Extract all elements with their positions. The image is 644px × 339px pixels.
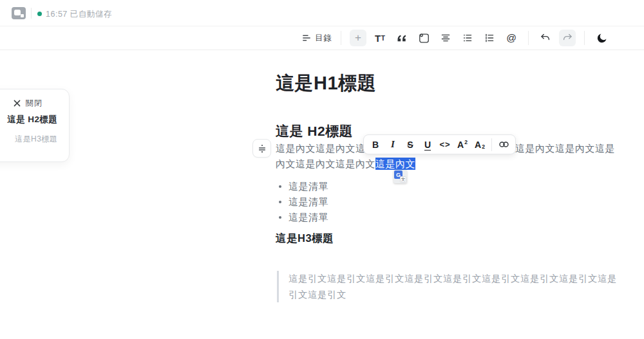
list-item[interactable]: 這是清單 — [277, 194, 328, 210]
doc-h1-heading[interactable]: 這是H1標題 — [276, 71, 376, 96]
paragraph-handle-icon — [258, 144, 267, 153]
close-icon — [14, 100, 21, 107]
superscript-button[interactable]: A2 — [454, 136, 471, 153]
plus-icon: + — [355, 32, 361, 44]
doc-bullet-list[interactable]: 這是清單 這是清單 這是清單 — [277, 179, 328, 225]
toc-close-label: 關閉 — [26, 98, 43, 109]
list-item-text: 這是清單 — [289, 194, 328, 210]
undo-button[interactable] — [537, 30, 554, 46]
undo-icon — [540, 32, 551, 44]
list-item-text: 這是清單 — [289, 179, 328, 194]
toolbar-strip: 目錄 + TT — [301, 26, 610, 50]
editor-toolbar: 目錄 + TT — [0, 26, 644, 50]
redo-icon — [562, 32, 573, 44]
toc-close-button[interactable]: 關閉 — [14, 98, 43, 109]
italic-button[interactable]: I — [384, 136, 401, 153]
toc-button[interactable]: 目錄 — [301, 30, 332, 46]
paragraph-handle[interactable] — [252, 139, 271, 158]
divider — [491, 138, 492, 151]
strikethrough-button[interactable]: S — [402, 136, 419, 153]
quote-icon — [397, 34, 407, 42]
insert-block-button[interactable]: + — [350, 30, 366, 46]
autosave-status-text: 16:57 已自動儲存 — [46, 9, 112, 20]
subscript-base: A — [475, 140, 481, 150]
toc-item-h3[interactable]: 這是H3標題 — [15, 134, 57, 145]
blockquote-button[interactable] — [393, 30, 410, 46]
logo-block-large — [14, 10, 21, 15]
divider — [528, 31, 529, 45]
translate-popup-button[interactable]: G 文 — [393, 170, 407, 183]
bullet-dot — [279, 201, 281, 203]
list-item-text: 這是清單 — [289, 210, 328, 225]
text-style-icon: T — [375, 33, 381, 44]
toc-button-label: 目錄 — [315, 33, 332, 44]
divider — [31, 8, 32, 19]
inline-code-button[interactable]: <> — [437, 136, 453, 153]
list-item[interactable]: 這是清單 — [277, 179, 328, 194]
logo-block-small — [21, 14, 24, 17]
link-button[interactable] — [495, 136, 512, 153]
mention-button[interactable]: @ — [503, 30, 520, 46]
doc-h3-heading[interactable]: 這是H3標題 — [276, 232, 334, 246]
list-item[interactable]: 這是清單 — [277, 210, 328, 225]
align-center-icon — [440, 33, 451, 43]
insert-image-button[interactable] — [415, 30, 432, 46]
inline-format-bar: B I S U <> A2 A2 — [363, 134, 516, 154]
bullet-list-button[interactable] — [459, 30, 476, 46]
divider — [341, 31, 341, 45]
subscript-digit: 2 — [482, 143, 485, 150]
doc-blockquote[interactable]: 這是引文這是引文這是引文這是引文這是引文這是引文這是引文這是引文這是引文這是引文 — [277, 271, 618, 302]
insert-image-icon — [418, 32, 430, 44]
redo-button[interactable] — [559, 30, 576, 46]
dark-mode-toggle[interactable] — [593, 30, 610, 46]
toc-item-h2[interactable]: 這是 H2標題 — [7, 114, 58, 125]
translate-char: 文 — [400, 176, 406, 183]
toc-icon — [301, 33, 312, 43]
editor-page: 16:57 已自動儲存 目錄 + TT — [0, 0, 644, 339]
divider — [584, 31, 585, 45]
link-icon — [498, 138, 510, 151]
superscript-base: A — [457, 140, 464, 150]
toc-panel: 關閉 這是 H2標題 這是H3標題 — [0, 89, 70, 162]
superscript-digit: 2 — [464, 139, 468, 145]
moon-icon — [596, 32, 608, 44]
app-logo-icon[interactable] — [12, 7, 26, 19]
bullet-list-icon — [462, 33, 473, 43]
ordered-list-icon — [484, 33, 495, 43]
doc-h2-heading[interactable]: 這是 H2標題 — [276, 122, 353, 140]
text-style-button[interactable]: TT — [372, 30, 388, 46]
ordered-list-button[interactable] — [481, 30, 498, 46]
underline-button[interactable]: U — [419, 136, 436, 153]
autosave-status-dot — [37, 12, 42, 16]
align-center-button[interactable] — [437, 30, 454, 46]
subscript-button[interactable]: A2 — [471, 136, 488, 153]
mention-icon: @ — [506, 32, 516, 44]
top-status-bar: 16:57 已自動儲存 — [0, 0, 644, 26]
bold-button[interactable]: B — [367, 136, 384, 153]
bullet-dot — [279, 185, 281, 188]
bullet-dot — [279, 216, 281, 219]
selected-text[interactable]: 這是內文 — [375, 158, 415, 170]
